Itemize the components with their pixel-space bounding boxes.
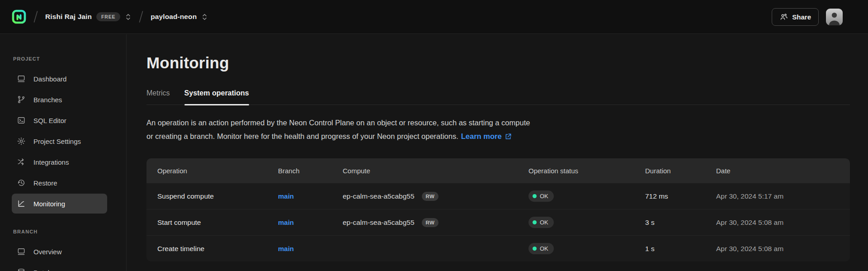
table-header-row: OperationBranchComputeOperation statusDu… — [146, 158, 850, 183]
project-selector[interactable]: payload-neon — [151, 13, 208, 21]
status-badge: OK — [528, 190, 554, 202]
sidebar-section-branch: BRANCHOverviewDatabases — [0, 229, 126, 271]
sidebar-item-branches[interactable]: Branches — [12, 90, 107, 109]
sidebar-item-integrations[interactable]: Integrations — [12, 152, 107, 172]
sidebar-item-label: Project Settings — [33, 138, 81, 145]
description-line-2: or creating a branch. Monitor here for t… — [146, 129, 850, 143]
neon-logo[interactable] — [12, 10, 26, 24]
tab-metrics[interactable]: Metrics — [146, 89, 170, 105]
operation-cell: Suspend compute — [157, 192, 278, 200]
table-body: Suspend computemainep-calm-sea-a5cabg55R… — [146, 183, 850, 261]
sidebar-section-project: PROJECTDashboardBranchesSQL EditorProjec… — [0, 56, 126, 214]
sidebar-item-label: Overview — [33, 248, 62, 256]
tab-bar: Metrics System operations — [146, 89, 850, 105]
status-label: OK — [540, 219, 548, 226]
external-link-icon — [505, 133, 512, 140]
operations-table: OperationBranchComputeOperation statusDu… — [146, 158, 850, 261]
compute-rw-badge: RW — [422, 218, 439, 227]
status-ok-dot — [533, 194, 537, 198]
table-row: Create timelinemainOK1 sApr 30, 2024 5:0… — [146, 235, 850, 261]
sidebar-item-label: Databases — [33, 269, 66, 271]
breadcrumb-separator — [33, 10, 39, 24]
tab-system-operations[interactable]: System operations — [184, 89, 249, 105]
share-icon — [779, 13, 788, 21]
branch-link[interactable]: main — [278, 245, 294, 252]
sidebar-item-label: SQL Editor — [33, 117, 66, 124]
compute-cell: ep-calm-sea-a5cabg55RW — [343, 192, 528, 201]
sidebar-item-project-settings[interactable]: Project Settings — [12, 131, 107, 151]
branch-link[interactable]: main — [278, 192, 294, 200]
sidebar-section-label: BRANCH — [13, 229, 126, 234]
learn-more-link[interactable]: Learn more — [461, 129, 512, 143]
table-row: Start computemainep-calm-sea-a5cabg55RWO… — [146, 209, 850, 235]
date-cell: Apr 30, 2024 5:17 am — [716, 192, 850, 200]
date-cell: Apr 30, 2024 5:08 am — [716, 219, 850, 227]
status-label: OK — [540, 193, 548, 200]
sidebar-item-monitoring[interactable]: Monitoring — [12, 194, 107, 214]
project-settings-icon — [17, 137, 26, 146]
sidebar-item-overview[interactable]: Overview — [12, 242, 107, 261]
duration-cell: 1 s — [645, 245, 716, 253]
sidebar-item-label: Dashboard — [33, 75, 66, 83]
status-badge: OK — [528, 243, 554, 254]
sidebar-item-label: Integrations — [33, 158, 69, 166]
branch-link[interactable]: main — [278, 219, 294, 226]
sidebar-section-label: PROJECT — [13, 56, 126, 62]
operation-cell: Create timeline — [157, 245, 278, 253]
column-header-date: Date — [716, 167, 850, 175]
account-name: Rishi Raj Jain — [45, 13, 92, 21]
operation-cell: Start compute — [157, 219, 278, 227]
sidebar-item-label: Branches — [33, 96, 62, 104]
account-selector[interactable]: Rishi Raj Jain FREE — [45, 12, 132, 21]
duration-cell: 3 s — [645, 219, 716, 227]
dashboard-icon — [17, 74, 26, 83]
table-row: Suspend computemainep-calm-sea-a5cabg55R… — [146, 183, 850, 209]
chevron-up-down-icon[interactable] — [125, 13, 132, 21]
share-button[interactable]: Share — [772, 8, 819, 26]
description-line-1: An operation is an action performed by t… — [146, 116, 850, 129]
date-cell: Apr 30, 2024 5:08 am — [716, 245, 850, 253]
compute-name: ep-calm-sea-a5cabg55 — [343, 219, 415, 227]
sql-editor-icon — [17, 116, 26, 125]
column-header-operation: Operation — [157, 167, 278, 175]
overview-icon — [17, 247, 26, 256]
column-header-branch: Branch — [278, 167, 343, 175]
plan-badge: FREE — [96, 12, 120, 21]
topbar: Rishi Raj Jain FREE payload-neon Share — [0, 0, 868, 34]
column-header-duration: Duration — [645, 167, 716, 175]
compute-name: ep-calm-sea-a5cabg55 — [343, 192, 415, 200]
description: An operation is an action performed by t… — [146, 116, 850, 143]
status-label: OK — [540, 245, 548, 252]
databases-icon — [17, 268, 26, 271]
sidebar-item-dashboard[interactable]: Dashboard — [12, 69, 107, 89]
sidebar-item-restore[interactable]: Restore — [12, 173, 107, 193]
compute-cell: ep-calm-sea-a5cabg55RW — [343, 218, 528, 227]
restore-icon — [17, 178, 26, 187]
branches-icon — [17, 95, 26, 104]
integrations-icon — [17, 157, 26, 166]
column-header-compute: Compute — [343, 167, 528, 175]
column-header-operation-status: Operation status — [528, 167, 645, 175]
page-title: Monitoring — [146, 54, 850, 72]
compute-rw-badge: RW — [422, 192, 439, 201]
share-button-label: Share — [792, 13, 811, 21]
monitoring-icon — [17, 199, 26, 208]
status-ok-dot — [533, 220, 537, 224]
project-name: payload-neon — [151, 13, 197, 21]
main-content: Monitoring Metrics System operations An … — [127, 34, 868, 261]
avatar[interactable] — [826, 9, 843, 25]
sidebar-item-sql-editor[interactable]: SQL Editor — [12, 110, 107, 130]
sidebar-item-label: Restore — [33, 179, 57, 187]
breadcrumb-separator — [138, 10, 144, 24]
chevron-up-down-icon[interactable] — [201, 13, 208, 21]
status-ok-dot — [533, 247, 537, 251]
duration-cell: 712 ms — [645, 192, 716, 200]
status-badge: OK — [528, 217, 554, 228]
sidebar-item-databases[interactable]: Databases — [12, 262, 107, 271]
sidebar-item-label: Monitoring — [33, 200, 65, 208]
sidebar: PROJECTDashboardBranchesSQL EditorProjec… — [0, 34, 127, 271]
